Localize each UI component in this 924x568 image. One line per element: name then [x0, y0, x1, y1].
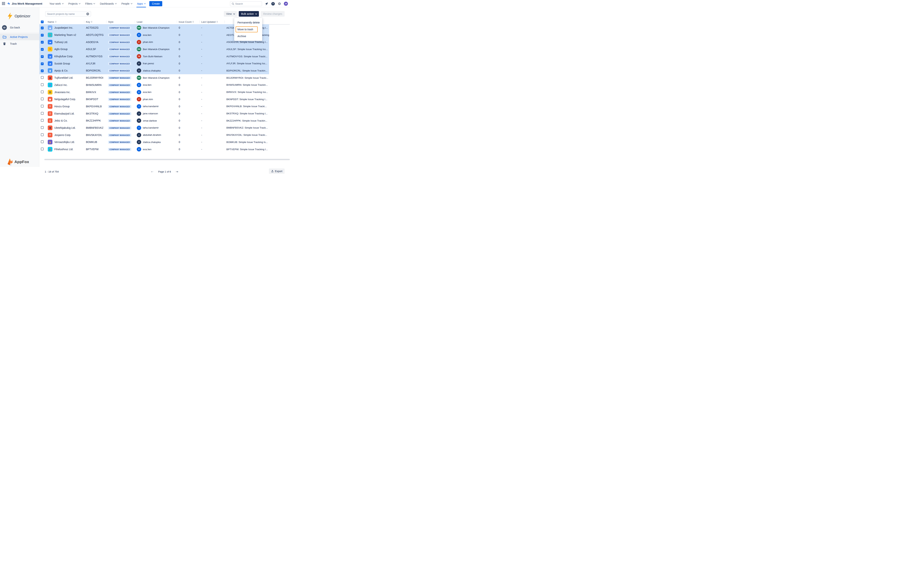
folder-icon — [2, 35, 7, 38]
jira-logo[interactable]: Jira Work Management — [7, 2, 42, 5]
lead-name: taha.kandamir — [143, 126, 159, 129]
style-badge: COMPANY MANAGED — [108, 134, 131, 136]
style-badge: COMPANY MANAGED — [108, 33, 131, 36]
row-checkbox[interactable] — [41, 69, 44, 72]
table-row[interactable]: ▮ Apoju & Co. BDPIORCRL COMPANY MANAGED … — [39, 67, 269, 74]
table-row[interactable]: ⚑ Agfo Group ASULSF COMPANY MANAGED BW B… — [39, 45, 269, 53]
table-row[interactable]: ☁ Kihujlufuw Corp. AUTMOVYGS COMPANY MAN… — [39, 53, 269, 60]
project-description: BNVSKAYOIL: Simple Issue Tracki... — [225, 134, 269, 136]
optimizer-logo: Optimizer — [0, 8, 39, 20]
row-checkbox[interactable] — [41, 62, 44, 65]
table-row[interactable]: ▣ Nelgutagaful Corp. BKNPDDT COMPANY MAN… — [39, 96, 269, 103]
project-description: AYLFJR: Simple Issue Tracking Iss... — [225, 62, 269, 65]
project-key: BDPIORCRL — [84, 69, 106, 72]
menu-item-move-to-trash[interactable]: Move to trash — [234, 26, 262, 33]
row-checkbox[interactable] — [41, 27, 44, 29]
row-checkbox[interactable] — [41, 112, 44, 115]
table-row[interactable]: ‖ Jebiz & Co. BKZZJHPPK COMPANY MANAGED … — [39, 117, 269, 124]
project-description: BDPIORCRL: Simple Issue Trackin... — [225, 69, 269, 72]
horizontal-scrollbar[interactable] — [44, 159, 290, 160]
help-icon[interactable]: ? — [271, 2, 275, 6]
table-row[interactable]: ☰ Etamubazjod Ltd. BKSTRXQ COMPANY MANAG… — [39, 110, 269, 117]
row-checkbox[interactable] — [41, 48, 44, 51]
column-header-name[interactable]: Name — [46, 20, 84, 23]
go-back-button[interactable]: Go back — [0, 20, 39, 30]
project-name: Etamubazjod Ltd. — [54, 112, 74, 115]
mountains-project-icon: ▲ — [48, 25, 53, 30]
issue-count: 0 — [177, 91, 200, 94]
issue-count: 0 — [177, 98, 200, 101]
table-row[interactable]: ◉ Zafuczi Inc. BHWSUMRN COMPANY MANAGED … — [39, 82, 269, 89]
row-checkbox[interactable] — [41, 34, 44, 36]
row-checkbox[interactable] — [41, 105, 44, 107]
table-row[interactable]: ☁ Susiok Group AYLFJR COMPANY MANAGED F … — [39, 60, 269, 67]
table-row[interactable]: ▮ Fiheluohvuc Ltd. BPTVEPW COMPANY MANAG… — [39, 146, 269, 153]
project-key: BHWSUMRN — [84, 83, 106, 86]
create-button[interactable]: Create — [149, 1, 162, 6]
project-key: BOMKUB — [84, 140, 106, 144]
nav-item-projects[interactable]: Projects — [66, 0, 82, 8]
menu-item-archive[interactable]: Archive — [234, 33, 262, 39]
table-row[interactable]: ◉ Uletefojakukig Ltd. BMBNFBSVKZ COMPANY… — [39, 124, 269, 131]
project-search[interactable]: ✕ — [45, 11, 91, 17]
select-all-checkbox[interactable] — [41, 21, 44, 23]
style-badge: COMPANY MANAGED — [108, 148, 131, 151]
cloud-project-icon: ☁ — [48, 40, 53, 45]
global-search[interactable] — [230, 1, 262, 6]
sort-icon — [91, 21, 92, 23]
nav-item-filters[interactable]: Filters — [83, 0, 97, 8]
last-updated: - — [200, 55, 225, 58]
row-checkbox[interactable] — [41, 55, 44, 58]
project-description: BKNPDDT: Simple Issue Tracking I... — [225, 98, 269, 101]
project-search-input[interactable] — [47, 12, 84, 15]
table-row[interactable]: ◗ Vensazofojku Ltd. BOMKUB COMPANY MANAG… — [39, 139, 269, 146]
row-checkbox[interactable] — [41, 140, 44, 143]
project-name: Tujifunekbel Ltd. — [54, 76, 73, 79]
project-description: BKZZJHPPK: Simple Issue Trackin... — [225, 119, 269, 122]
project-key: BIRKIVX — [84, 91, 106, 94]
sidebar-item-trash[interactable]: Trash — [0, 40, 39, 47]
nav-item-people[interactable]: People — [119, 0, 134, 8]
column-header-issue-count[interactable]: Issue Count — [177, 20, 200, 23]
cup-project-icon: ▮ — [48, 147, 53, 152]
issue-count: 0 — [177, 26, 200, 29]
row-checkbox[interactable] — [41, 133, 44, 136]
menu-item-permanently-delete[interactable]: Permanently delete — [234, 19, 262, 26]
issue-count: 0 — [177, 33, 200, 36]
primary-nav: Your workProjectsFiltersDashboardsPeople… — [47, 0, 147, 8]
table-row[interactable]: ▤ Jinaceara Inc. BIRKIVX COMPANY MANAGED… — [39, 89, 269, 96]
cloud-project-icon: ☁ — [48, 61, 53, 66]
notifications-icon[interactable] — [265, 2, 269, 6]
nav-item-your-work[interactable]: Your work — [47, 0, 65, 8]
table-row[interactable]: ⚒ Hovzu Group BKPGVHNLB COMPANY MANAGED … — [39, 103, 269, 110]
table-row[interactable]: ⚒ Josjanro Corp. BNVSKAYOIL COMPANY MANA… — [39, 131, 269, 139]
app-switcher-icon[interactable] — [2, 2, 5, 5]
clear-search-icon[interactable]: ✕ — [86, 12, 89, 15]
sidebar-item-active-projects[interactable]: Active Projects — [0, 33, 39, 40]
last-updated: - — [200, 41, 225, 44]
lead-name: fran.perez — [143, 62, 154, 65]
row-checkbox[interactable] — [41, 126, 44, 129]
issue-count: 0 — [177, 140, 200, 144]
lead-avatar: J — [137, 111, 141, 116]
column-header-key[interactable]: Key — [84, 20, 106, 23]
table-row[interactable]: ◉ Tujifunekbel Ltd. BGJORMYROI COMPANY M… — [39, 74, 269, 82]
last-updated: - — [200, 134, 225, 136]
row-checkbox[interactable] — [41, 83, 44, 86]
nav-item-dashboards[interactable]: Dashboards — [98, 0, 118, 8]
row-checkbox[interactable] — [41, 41, 44, 44]
row-checkbox[interactable] — [41, 98, 44, 100]
row-checkbox[interactable] — [41, 76, 44, 79]
last-updated: - — [200, 119, 225, 122]
row-checkbox[interactable] — [41, 119, 44, 122]
column-header-last-updated[interactable]: Last Updated — [200, 20, 225, 23]
global-search-input[interactable] — [235, 2, 257, 5]
row-checkbox[interactable] — [41, 148, 44, 150]
user-avatar[interactable]: JR — [284, 2, 288, 6]
row-checkbox[interactable] — [41, 91, 44, 93]
settings-gear-icon[interactable]: ⚙ — [277, 2, 281, 6]
nav-item-apps[interactable]: Apps — [135, 0, 148, 8]
view-button[interactable]: View — [224, 11, 237, 17]
style-badge: COMPANY MANAGED — [108, 48, 131, 51]
bulk-action-button[interactable]: Bulk action — [239, 11, 259, 17]
